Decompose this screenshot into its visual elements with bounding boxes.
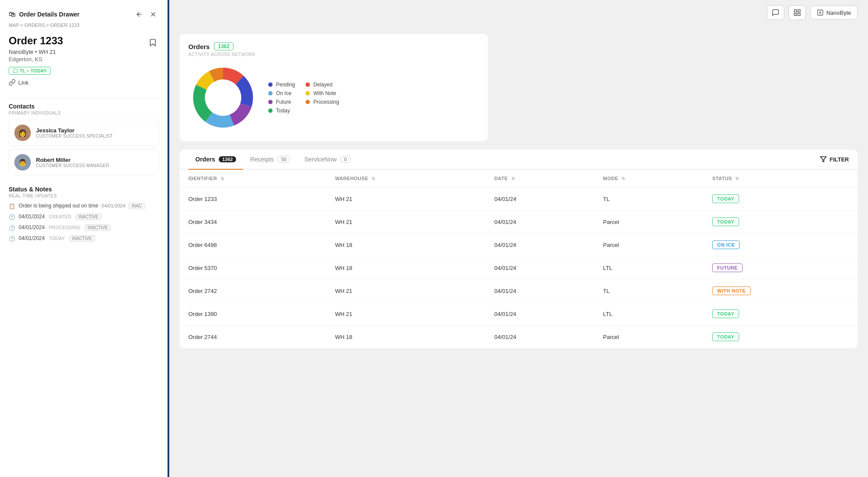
legend-dot-delayed [306,82,310,87]
table-row[interactable]: Order 3434 WH 21 04/01/24 Parcel TODAY [180,211,858,234]
table-header-row: IDENTIFIER ⇅ WAREHOUSE ⇅ DATE ⇅ [180,170,858,188]
table-row[interactable]: Order 2742 WH 21 04/01/24 TL WITH NOTE [180,280,858,303]
cell-date-1: 04/01/24 [486,211,595,234]
status-subtitle: REAL-TIME UPDATES [9,194,159,198]
svg-point-18 [205,79,241,116]
timeline-item-0: 📋 Order is being shipped out on time 04/… [9,203,159,209]
orders-table-wrap: IDENTIFIER ⇅ WAREHOUSE ⇅ DATE ⇅ [180,170,858,349]
legend-label-withnote: With Note [313,90,336,96]
status-badge-3: FUTURE [712,263,743,272]
sort-icon-identifier: ⇅ [220,176,224,181]
svg-rect-3 [794,10,796,12]
receipts-count-badge: 50 [277,156,290,163]
legend-delayed: Delayed [306,82,339,88]
legend-label-today: Today [276,108,290,114]
legend-dot-future [268,100,273,104]
top-bar: NanoByte [169,0,868,25]
servicenow-count-badge: 0 [340,156,351,163]
legend-dot-today [268,109,273,113]
tab-receipts[interactable]: Receipts 50 [243,150,297,170]
cell-identifier-3: Order 5370 [180,257,326,280]
cell-status-1: TODAY [704,211,858,234]
legend-label-delayed: Delayed [313,82,332,88]
tabs-row: Orders 1362 Receipts 50 ServiceNow 0 FIL… [180,150,858,170]
timeline-badge-2: INACTIVE [85,224,111,231]
tab-orders[interactable]: Orders 1362 [188,150,243,170]
cell-date-0: 04/01/24 [486,188,595,211]
close-button[interactable] [148,9,159,20]
sort-icon-date: ⇅ [511,176,515,181]
link-row[interactable]: Link [9,79,159,86]
company-warehouse: NanoByte • WH 21 [9,49,63,55]
chart-card: Orders 1362 ACTIVITY ACROSS NETWORK [180,34,488,141]
timeline-badge-1: INACTIVE [76,214,102,220]
timeline-text-2: 04/01/2024 PROCESSING INACTIVE [19,224,159,230]
status-badge-0: TODAY [712,194,739,203]
timeline-text-0: Order is being shipped out on time 04/01… [19,203,159,209]
grid-button[interactable] [789,5,806,20]
legend-processing: Processing [306,99,339,105]
legend-pending: Pending [268,82,295,88]
col-date: DATE ⇅ [486,170,595,188]
tabs-left: Orders 1362 Receipts 50 ServiceNow 0 [188,150,358,169]
drawer-title-row: 🛍 Order Details Drawer [9,10,79,18]
cell-identifier-6: Order 2744 [180,326,326,349]
contact-card-jessica: 👩 Jessica Taylor CUSTOMER SUCCESS SPECIA… [9,120,159,146]
bag-icon: 🛍 [9,10,16,18]
table-row[interactable]: Order 1233 WH 21 04/01/24 TL TODAY [180,188,858,211]
tab-servicenow[interactable]: ServiceNow 0 [297,150,358,170]
contacts-section: Contacts PRIMARY INDIVIDUALS 👩 Jessica T… [9,103,159,179]
cell-date-2: 04/01/24 [486,234,595,257]
back-button[interactable] [134,9,145,20]
chart-legend: Pending On Ice Future Today [268,82,339,114]
col-status: STATUS ⇅ [704,170,858,188]
cell-warehouse-6: WH 18 [326,326,486,349]
table-row[interactable]: Order 1390 WH 21 04/01/24 LTL TODAY [180,303,858,326]
chart-title: Orders [188,43,210,50]
cell-warehouse-3: WH 18 [326,257,486,280]
legend-onice: On Ice [268,90,295,96]
table-row[interactable]: Order 6498 WH 18 04/01/24 Parcel ON ICE [180,234,858,257]
svg-rect-4 [798,10,800,12]
contact-card-robert: 👨 Robert Miller CUSTOMER SUCCESS MANAGER [9,149,159,175]
order-location: Edgerton, KS [9,56,63,63]
contact-name-robert: Robert Miller [36,157,109,163]
legend-label-future: Future [276,99,291,105]
legend-label-onice: On Ice [276,90,291,96]
timeline-label-3: TODAY [49,236,65,241]
svg-rect-5 [794,13,796,16]
timeline-label-2: PROCESSING [49,225,80,230]
cell-mode-4: TL [595,280,704,303]
cell-warehouse-4: WH 21 [326,280,486,303]
timeline-badge-3: INACTIVE [69,235,95,242]
timeline-text-3: 04/01/2024 TODAY INACTIVE [19,235,159,241]
timeline-text-1: 04/01/2024 CREATED INACTIVE [19,214,159,220]
avatar-jessica: 👩 [14,125,31,141]
bookmark-button[interactable] [147,36,159,49]
sort-icon-mode: ⇅ [621,176,625,181]
legend-col-1: Pending On Ice Future Today [268,82,295,114]
drawer-title: Order Details Drawer [19,11,79,18]
cell-mode-0: TL [595,188,704,211]
cell-status-0: TODAY [704,188,858,211]
cell-status-5: TODAY [704,303,858,326]
drawer-header: 🛍 Order Details Drawer [9,9,159,20]
status-badge-1: TODAY [712,217,739,226]
nanobyte-button[interactable]: NanoByte [810,6,858,20]
contact-role-robert: CUSTOMER SUCCESS MANAGER [36,163,109,168]
clipboard-icon: 📋 [9,203,15,209]
link-label: Link [18,79,29,86]
content-area: Orders 1362 ACTIVITY ACROSS NETWORK [169,25,868,477]
filter-button[interactable]: FILTER [820,152,849,166]
table-row[interactable]: Order 5370 WH 18 04/01/24 LTL FUTURE [180,257,858,280]
chat-button[interactable] [767,5,784,20]
cell-identifier-0: Order 1233 [180,188,326,211]
status-badge-6: TODAY [712,332,739,341]
cell-warehouse-0: WH 21 [326,188,486,211]
table-row[interactable]: Order 2744 WH 18 04/01/24 Parcel TODAY [180,326,858,349]
cell-date-3: 04/01/24 [486,257,595,280]
cell-mode-2: Parcel [595,234,704,257]
legend-label-pending: Pending [276,82,295,88]
svg-rect-2 [13,69,17,73]
legend-dot-withnote [306,91,310,95]
